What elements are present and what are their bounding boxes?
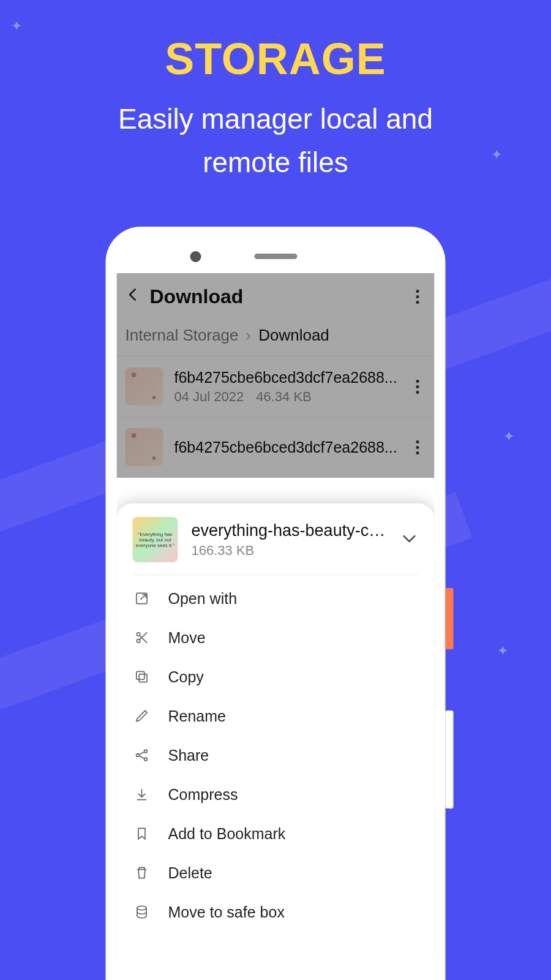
sheet-file-name: everything-has-beauty-co... bbox=[192, 521, 387, 540]
overflow-menu-icon[interactable] bbox=[409, 290, 426, 304]
phone-screen: Download Internal Storage › Download f6b… bbox=[117, 273, 435, 969]
action-label: Copy bbox=[168, 668, 204, 686]
share-icon bbox=[133, 747, 151, 763]
file-list: f6b4275cbe6bced3dcf7ea2688... 04 Jul 202… bbox=[117, 356, 435, 478]
svg-point-1 bbox=[137, 633, 140, 636]
action-open-with[interactable]: Open with bbox=[133, 579, 419, 618]
open-with-icon bbox=[133, 590, 151, 606]
file-size: 46.34 KB bbox=[256, 389, 312, 405]
file-thumbnail bbox=[126, 368, 163, 405]
svg-point-7 bbox=[144, 758, 148, 761]
action-bookmark[interactable]: Add to Bookmark bbox=[133, 814, 419, 853]
svg-point-6 bbox=[144, 750, 148, 753]
svg-point-8 bbox=[137, 906, 146, 910]
app-background: Download Internal Storage › Download f6b… bbox=[117, 273, 435, 478]
action-delete[interactable]: Delete bbox=[133, 853, 419, 892]
file-row[interactable]: f6b4275cbe6bced3dcf7ea2688... 04 Jul 202… bbox=[117, 356, 435, 417]
action-move[interactable]: Move bbox=[133, 618, 419, 657]
sheet-file-size: 166.33 KB bbox=[192, 543, 387, 559]
svg-point-2 bbox=[137, 639, 140, 643]
action-label: Move to safe box bbox=[168, 903, 285, 921]
pencil-icon bbox=[133, 708, 151, 724]
action-compress[interactable]: Compress bbox=[133, 775, 419, 814]
file-overflow-icon[interactable] bbox=[409, 440, 426, 454]
action-label: Open with bbox=[168, 590, 238, 608]
breadcrumb-root[interactable]: Internal Storage bbox=[126, 326, 239, 345]
camera-dot bbox=[190, 251, 201, 262]
svg-point-5 bbox=[137, 754, 140, 757]
action-safebox[interactable]: Move to safe box bbox=[133, 892, 419, 932]
file-overflow-icon[interactable] bbox=[409, 380, 426, 394]
action-label: Compress bbox=[168, 786, 238, 804]
sparkle-icon: ✦ bbox=[11, 18, 22, 34]
action-list: Open with Move Copy bbox=[133, 575, 419, 932]
action-label: Add to Bookmark bbox=[168, 825, 286, 843]
promo-subhead: Easily manager local and remote files bbox=[0, 97, 551, 185]
side-button bbox=[446, 710, 454, 809]
promo-subhead-line: remote files bbox=[203, 146, 348, 178]
thumb-caption: "Everything has beauty, but not everyone… bbox=[135, 532, 176, 548]
sheet-header[interactable]: "Everything has beauty, but not everyone… bbox=[133, 517, 419, 575]
phone-frame: Download Internal Storage › Download f6b… bbox=[106, 227, 446, 980]
sparkle-icon: ✦ bbox=[503, 429, 514, 445]
app-header: Download bbox=[117, 273, 435, 320]
breadcrumb[interactable]: Internal Storage › Download bbox=[117, 320, 435, 356]
trash-icon bbox=[133, 865, 151, 881]
page-title: Download bbox=[150, 285, 244, 308]
copy-icon bbox=[133, 669, 151, 685]
file-date: 04 Jul 2022 bbox=[174, 389, 244, 405]
sparkle-icon: ✦ bbox=[491, 147, 502, 163]
back-icon[interactable] bbox=[126, 286, 141, 307]
file-thumbnail bbox=[126, 428, 163, 466]
action-label: Delete bbox=[168, 864, 212, 882]
action-label: Share bbox=[168, 747, 209, 764]
sparkle-icon: ✦ bbox=[497, 643, 508, 659]
scissors-icon bbox=[133, 630, 151, 646]
bottom-sheet: "Everything has beauty, but not everyone… bbox=[117, 503, 435, 969]
promo-subhead-line: Easily manager local and bbox=[118, 103, 433, 135]
chevron-right-icon: › bbox=[246, 326, 252, 345]
action-rename[interactable]: Rename bbox=[133, 696, 419, 736]
sheet-thumbnail: "Everything has beauty, but not everyone… bbox=[133, 517, 178, 562]
file-name: f6b4275cbe6bced3dcf7ea2688... bbox=[174, 369, 398, 386]
file-name: f6b4275cbe6bced3dcf7ea2688... bbox=[174, 439, 398, 456]
breadcrumb-current: Download bbox=[258, 326, 329, 345]
safebox-icon bbox=[133, 904, 151, 920]
action-copy[interactable]: Copy bbox=[133, 657, 419, 696]
action-label: Move bbox=[168, 629, 206, 647]
file-row[interactable]: f6b4275cbe6bced3dcf7ea2688... bbox=[117, 417, 435, 478]
action-label: Rename bbox=[168, 707, 227, 725]
promo-headline: STORAGE bbox=[0, 0, 551, 84]
side-button bbox=[446, 588, 454, 649]
svg-rect-4 bbox=[137, 671, 144, 679]
speaker-slot bbox=[254, 254, 297, 259]
chevron-down-icon[interactable] bbox=[400, 529, 419, 550]
action-share[interactable]: Share bbox=[133, 736, 419, 775]
bookmark-icon bbox=[133, 826, 151, 842]
download-icon bbox=[133, 786, 151, 802]
svg-rect-3 bbox=[139, 674, 147, 682]
